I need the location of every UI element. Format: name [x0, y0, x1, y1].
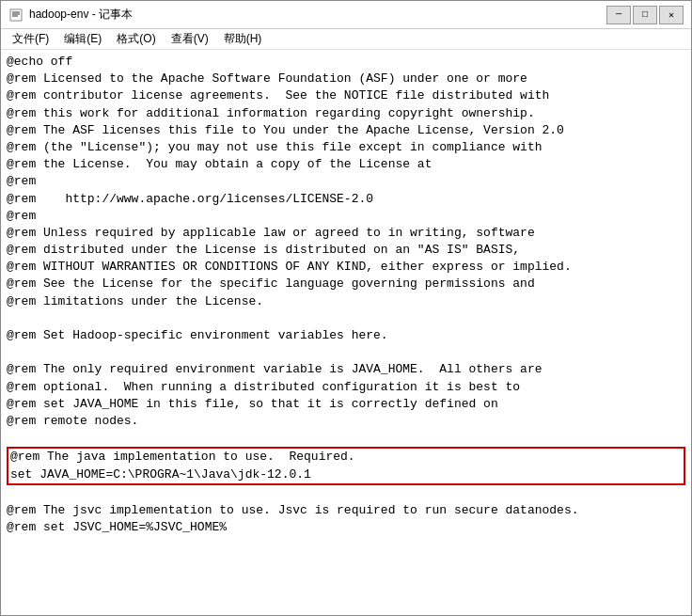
text-line: @rem set JAVA_HOME in this file, so that…: [7, 396, 685, 413]
main-window: hadoop-env - 记事本 ─ □ ✕ 文件(F) 编辑(E) 格式(O)…: [0, 0, 692, 616]
menu-view[interactable]: 查看(V): [164, 29, 216, 49]
text-line: @rem The ASF licenses this file to You u…: [7, 122, 685, 139]
text-line: [7, 310, 685, 327]
close-button[interactable]: ✕: [659, 6, 684, 24]
title-bar: hadoop-env - 记事本 ─ □ ✕: [1, 1, 691, 29]
text-line: [7, 344, 685, 361]
text-line: [7, 485, 685, 502]
menu-format[interactable]: 格式(O): [109, 29, 163, 49]
text-line: @echo off: [7, 54, 685, 71]
text-line: @rem The jsvc implementation to use. Jsv…: [7, 502, 685, 519]
text-line: @rem WITHOUT WARRANTIES OR CONDITIONS OF…: [7, 259, 685, 276]
text-line: @rem set JSVC_HOME=%JSVC_HOME%: [7, 519, 685, 536]
menu-bar: 文件(F) 编辑(E) 格式(O) 查看(V) 帮助(H): [1, 29, 691, 50]
text-line: @rem http://www.apache.org/licenses/LICE…: [7, 191, 685, 208]
text-line: @rem distributed under the License is di…: [7, 242, 685, 259]
text-line: set JAVA_HOME=C:\PROGRA~1\Java\jdk-12.0.…: [10, 466, 682, 483]
text-line: @rem remote nodes.: [7, 413, 685, 430]
text-line: @rem The java implementation to use. Req…: [10, 449, 682, 466]
text-line: @rem this work for additional informatio…: [7, 105, 685, 122]
text-line: @rem limitations under the License.: [7, 293, 685, 310]
text-line: [7, 430, 685, 447]
text-line: @rem See the License for the specific la…: [7, 276, 685, 292]
text-line: @rem: [7, 208, 685, 225]
text-line: @rem optional. When running a distribute…: [7, 379, 685, 396]
maximize-button[interactable]: □: [633, 6, 657, 24]
text-line: @rem the License. You may obtain a copy …: [7, 156, 685, 173]
svg-rect-0: [10, 9, 22, 21]
text-line: @rem contributor license agreements. See…: [7, 87, 685, 104]
text-editor[interactable]: @echo off@rem Licensed to the Apache Sof…: [1, 50, 691, 615]
menu-edit[interactable]: 编辑(E): [56, 29, 109, 49]
text-line: @rem The only required environment varia…: [7, 361, 685, 378]
app-icon: [8, 8, 24, 23]
text-line: @rem Licensed to the Apache Software Fou…: [7, 71, 685, 87]
window-controls[interactable]: ─ □ ✕: [606, 6, 684, 24]
text-line: @rem Set Hadoop-specific environment var…: [7, 327, 685, 344]
text-line: @rem (the "License"); you may not use th…: [7, 139, 685, 156]
text-content: @echo off@rem Licensed to the Apache Sof…: [7, 54, 685, 536]
text-line: @rem: [7, 173, 685, 190]
minimize-button[interactable]: ─: [606, 6, 631, 24]
window-title: hadoop-env - 记事本: [29, 7, 601, 23]
text-line: @rem Unless required by applicable law o…: [7, 225, 685, 242]
menu-help[interactable]: 帮助(H): [216, 29, 270, 49]
highlighted-block: @rem The java implementation to use. Req…: [7, 447, 685, 484]
menu-file[interactable]: 文件(F): [5, 29, 56, 49]
